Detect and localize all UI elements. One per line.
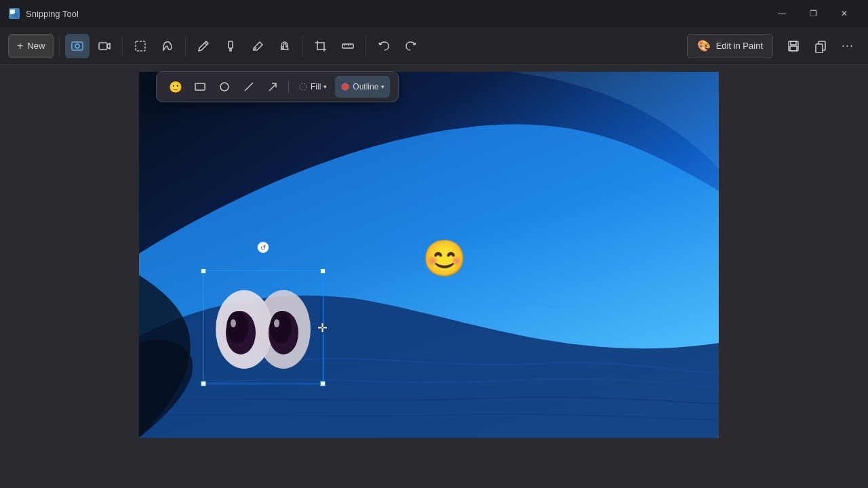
main-toolbar: + New: [0, 27, 868, 65]
emoji-sticker: 😊: [422, 238, 467, 279]
svg-point-22: [226, 311, 248, 344]
svg-rect-11: [790, 46, 797, 51]
new-label: New: [27, 41, 45, 51]
svg-rect-6: [136, 41, 145, 51]
screenshot-mode-button[interactable]: [65, 34, 90, 58]
outline-button[interactable]: Outline ▾: [335, 76, 390, 98]
highlighter-button[interactable]: [218, 34, 243, 58]
fill-button[interactable]: Fill ▾: [293, 76, 332, 98]
svg-rect-8: [342, 44, 353, 48]
edit-in-paint-button[interactable]: 🎨 Edit in Paint: [687, 34, 773, 58]
separator-2: [122, 37, 123, 56]
svg-point-15: [220, 83, 229, 91]
svg-point-23: [231, 319, 236, 327]
canvas-area: 🙂: [0, 65, 868, 488]
right-actions: ···: [781, 34, 860, 58]
app-title: Snipping Tool: [26, 9, 761, 19]
separator-1: [59, 37, 60, 56]
freeform-button[interactable]: [155, 34, 180, 58]
screenshot-container[interactable]: 😊: [139, 72, 719, 438]
new-button[interactable]: + New: [8, 34, 54, 58]
circle-shape-button[interactable]: [214, 76, 235, 98]
redo-button[interactable]: [399, 34, 423, 58]
emoji-shape-button[interactable]: 🙂: [165, 76, 186, 98]
fill-chevron: ▾: [323, 83, 327, 90]
paint-icon: 🎨: [697, 39, 711, 52]
pen-button[interactable]: [191, 34, 216, 58]
copy-button[interactable]: [808, 34, 833, 58]
svg-rect-5: [99, 43, 107, 49]
touch-button[interactable]: [273, 34, 297, 58]
rect-snip-button[interactable]: [128, 34, 153, 58]
restore-button[interactable]: ❐: [797, 3, 829, 24]
separator-3: [185, 37, 186, 56]
svg-point-27: [274, 319, 279, 327]
plus-icon: +: [17, 40, 23, 52]
wallpaper: 😊: [139, 72, 719, 438]
svg-rect-2: [14, 13, 18, 18]
svg-point-16: [300, 83, 307, 90]
crop-button[interactable]: [309, 34, 333, 58]
svg-rect-3: [72, 42, 83, 50]
shape-toolbar: 🙂: [156, 71, 399, 102]
separator-5: [366, 37, 366, 56]
svg-rect-10: [791, 41, 796, 45]
window-controls: — ❐ ✕: [766, 3, 860, 24]
more-options-button[interactable]: ···: [835, 34, 860, 58]
app-icon: [8, 7, 20, 20]
save-button[interactable]: [781, 34, 806, 58]
separator-4: [302, 37, 303, 56]
rectangle-shape-button[interactable]: [189, 76, 211, 98]
line-shape-button[interactable]: [238, 76, 260, 98]
svg-rect-7: [229, 41, 233, 48]
shape-sep-1: [288, 80, 289, 94]
video-mode-button[interactable]: [92, 34, 117, 58]
edit-in-paint-label: Edit in Paint: [716, 41, 763, 51]
eyes-sticker[interactable]: [203, 272, 322, 387]
outline-label: Outline: [353, 82, 378, 92]
svg-rect-14: [195, 83, 205, 90]
titlebar: Snipping Tool — ❐ ✕: [0, 0, 868, 27]
close-button[interactable]: ✕: [829, 3, 860, 24]
outline-chevron: ▾: [381, 83, 384, 90]
undo-button[interactable]: [372, 34, 396, 58]
minimize-button[interactable]: —: [766, 3, 797, 24]
ruler-button[interactable]: [336, 34, 360, 58]
fill-label: Fill: [311, 82, 321, 92]
svg-rect-13: [816, 44, 823, 53]
eraser-button[interactable]: [245, 34, 270, 58]
svg-point-4: [75, 44, 79, 48]
svg-point-26: [270, 311, 292, 344]
arrow-shape-button[interactable]: [262, 76, 284, 98]
